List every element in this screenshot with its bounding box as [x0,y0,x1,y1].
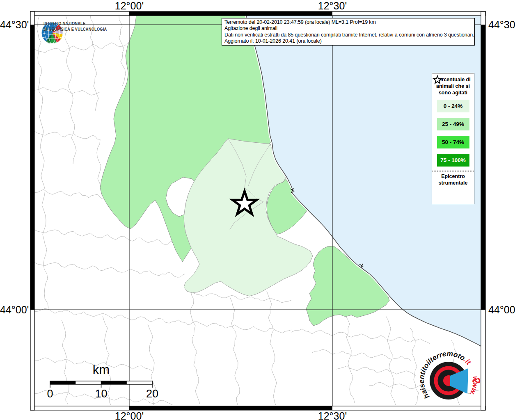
axis-label-lat-right-top: 44°30' [488,19,515,31]
seismic-intensity-map-page: km 0 10 20 haisentitoilterremoto.itwww. … [0,0,515,420]
scale-tick-0: 0 [47,388,53,400]
info-line-source: Dati non verificati estratti da 85 quest… [224,32,472,38]
legend-epicenter-label: Epicentro strumentale [432,173,474,186]
info-line-subject: Agitazione degli animali [224,25,472,32]
axis-label-lon-bottom-left: 12°00' [115,410,144,420]
axis-label-lon-bottom-right: 12°30' [318,410,347,420]
axis-label-lat-right-bottom: 44°00' [488,304,515,316]
earthquake-info-box: Terremoto del 20-02-2010 23:47:59 (ora l… [222,18,475,46]
axis-label-lon-top-left: 12°00' [115,0,144,12]
scale-tick-20: 20 [146,388,158,400]
scale-unit-label: km [93,363,110,377]
ingv-text-line1: ISTITUTO NAZIONALE [43,21,107,26]
info-line-updated: Aggiornato il: 10-01-2026 20:41 (ora loc… [224,38,472,44]
legend-separator [432,171,474,171]
axis-label-lat-left-bottom: 44°00' [0,304,28,316]
ingv-text-line2: DI GEOFISICA E VULCANOLOGIA [43,26,107,32]
map-canvas: km 0 10 20 haisentitoilterremoto.itwww. … [0,0,515,420]
legend-epicenter-star-icon [432,75,443,85]
info-line-event: Terremoto del 20-02-2010 23:47:59 (ora l… [224,19,472,25]
legend-class-75-100: 75 - 100% [437,154,469,167]
scale-tick-10: 10 [95,388,107,400]
legend-class-50-74: 50 - 74% [437,136,469,148]
ingv-logo-text: ISTITUTO NAZIONALE DI GEOFISICA E VULCAN… [43,21,107,32]
axis-label-lon-top-right: 12°30' [318,0,347,12]
ingv-logo: ISTITUTO NAZIONALE DI GEOFISICA E VULCAN… [40,21,123,32]
axis-label-lat-left-top: 44°30' [0,19,28,31]
legend-class-0-24: 0 - 24% [437,100,469,112]
legend: Percentuale di animali che si sono agita… [432,73,474,204]
legend-class-25-49: 25 - 49% [437,118,469,130]
